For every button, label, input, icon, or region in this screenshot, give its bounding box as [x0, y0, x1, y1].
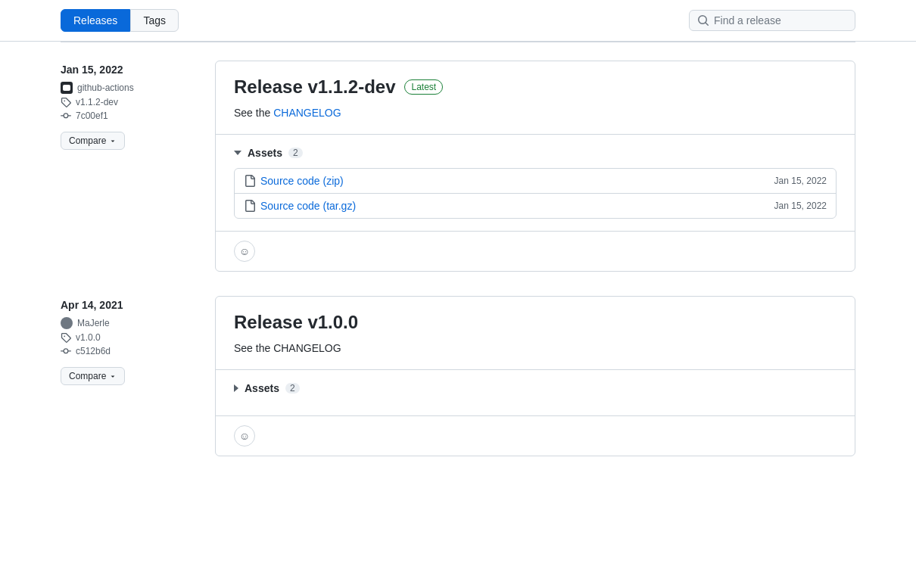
release-title-row-1: Release v1.0.0 [234, 312, 837, 333]
assets-count-0: 2 [288, 148, 303, 158]
release-body-0: See the CHANGELOG [234, 107, 837, 119]
tag-row-0: v1.1.2-dev [61, 97, 197, 107]
tab-bar: Releases Tags [0, 0, 916, 42]
assets-toggle-1[interactable]: Assets 2 [234, 382, 837, 394]
commit-row-0: 7c00ef1 [61, 110, 197, 121]
release-date-1: Apr 14, 2021 [61, 299, 197, 311]
search-icon [697, 14, 709, 26]
emoji-button-1[interactable]: ☺ [234, 425, 255, 446]
assets-triangle-0 [234, 151, 241, 155]
author-row-1: MaJerle [61, 317, 197, 329]
assets-section-1: Assets 2 [216, 370, 855, 416]
asset-date-0-0: Jan 15, 2022 [774, 176, 827, 186]
commit-value-0: 7c00ef1 [76, 110, 108, 121]
search-input[interactable] [714, 14, 847, 26]
assets-label-1: Assets [245, 382, 279, 394]
latest-badge-0: Latest [404, 79, 443, 95]
asset-name-0-1: Source code (tar.gz) [260, 200, 356, 212]
release-date-0: Jan 15, 2022 [61, 64, 197, 76]
release-meta-1: Apr 14, 2021 MaJerle v1.0.0 c512b6d Comp… [61, 296, 197, 456]
tag-value-1: v1.0.0 [76, 332, 101, 343]
assets-section-0: Assets 2 Source code (zip) Jan 15, 2022 [216, 135, 855, 232]
compare-button-0[interactable]: Compare [61, 132, 125, 150]
emoji-button-0[interactable]: ☺ [234, 241, 255, 262]
tab-releases[interactable]: Releases [61, 9, 130, 32]
commit-row-1: c512b6d [61, 346, 197, 356]
release-entry-0: Jan 15, 2022 github-actions v1.1.2-dev 7… [61, 61, 855, 272]
release-header-0: Release v1.1.2-dev Latest See the CHANGE… [216, 61, 855, 135]
main-content: Jan 15, 2022 github-actions v1.1.2-dev 7… [0, 42, 916, 499]
assets-label-0: Assets [248, 147, 282, 159]
commit-value-1: c512b6d [76, 346, 111, 356]
asset-item-0-0: Source code (zip) Jan 15, 2022 [235, 169, 836, 194]
release-body-1: See the CHANGELOG [234, 342, 837, 354]
release-card-0: Release v1.1.2-dev Latest See the CHANGE… [215, 61, 855, 272]
tag-row-1: v1.0.0 [61, 332, 197, 343]
body-prefix-1: See the CHANGELOG [234, 342, 341, 354]
release-entry-1: Apr 14, 2021 MaJerle v1.0.0 c512b6d Comp… [61, 296, 855, 456]
body-prefix-0: See the [234, 107, 273, 119]
commit-icon-0 [61, 110, 71, 121]
tag-icon-1 [61, 332, 71, 343]
author-avatar-bot-0 [61, 82, 73, 94]
asset-list-0: Source code (zip) Jan 15, 2022 Source co… [234, 168, 837, 219]
commit-icon-1 [61, 346, 71, 356]
author-name-1: MaJerle [77, 318, 110, 328]
tab-group: Releases Tags [61, 9, 179, 32]
tag-value-0: v1.1.2-dev [76, 97, 118, 107]
asset-name-0-0: Source code (zip) [260, 175, 344, 187]
asset-link-0-0[interactable]: Source code (zip) [244, 175, 344, 187]
file-icon-0-1 [244, 200, 256, 212]
tab-tags[interactable]: Tags [130, 9, 179, 32]
chevron-down-icon-0 [109, 137, 117, 145]
assets-count-1: 2 [285, 383, 300, 394]
file-icon-0-0 [244, 175, 256, 187]
release-title-1: Release v1.0.0 [234, 312, 358, 333]
asset-item-0-1: Source code (tar.gz) Jan 15, 2022 [235, 194, 836, 218]
assets-triangle-1 [234, 384, 238, 392]
compare-button-1[interactable]: Compare [61, 367, 125, 385]
assets-toggle-0[interactable]: Assets 2 [234, 147, 837, 159]
search-box [689, 10, 855, 31]
tag-icon-0 [61, 97, 71, 107]
release-title-0: Release v1.1.2-dev [234, 76, 395, 98]
release-card-1: Release v1.0.0 See the CHANGELOG Assets … [215, 296, 855, 456]
changelog-link-0[interactable]: CHANGELOG [273, 107, 341, 119]
author-avatar-user-1 [61, 317, 73, 329]
release-meta-0: Jan 15, 2022 github-actions v1.1.2-dev 7… [61, 61, 197, 272]
release-title-row-0: Release v1.1.2-dev Latest [234, 76, 837, 98]
chevron-down-icon-1 [109, 372, 117, 380]
release-header-1: Release v1.0.0 See the CHANGELOG [216, 297, 855, 370]
asset-link-0-1[interactable]: Source code (tar.gz) [244, 200, 356, 212]
asset-date-0-1: Jan 15, 2022 [774, 201, 827, 211]
author-row-0: github-actions [61, 82, 197, 94]
author-name-0: github-actions [77, 82, 134, 93]
reaction-bar-0: ☺ [216, 232, 855, 271]
reaction-bar-1: ☺ [216, 416, 855, 456]
